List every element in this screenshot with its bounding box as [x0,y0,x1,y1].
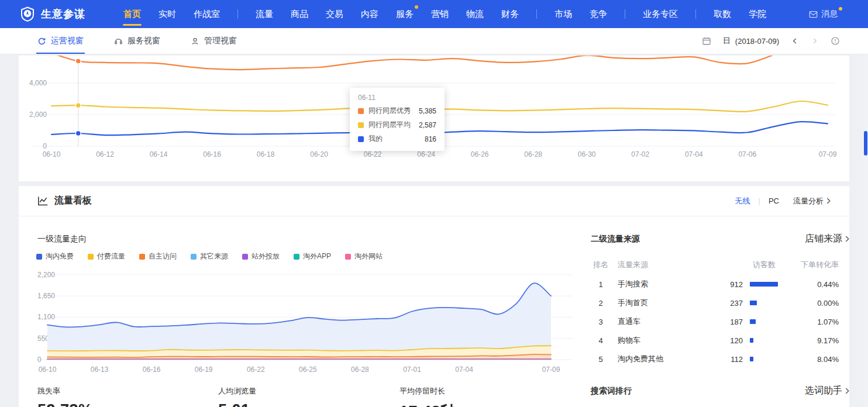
info-icon[interactable] [831,36,840,46]
date-selector[interactable]: 日 (2018-07-09) [723,36,779,46]
cell-source: 淘内免费其他 [611,354,702,364]
nav-item-财务[interactable]: 财务 [492,0,528,28]
table-row[interactable]: 1手淘搜索9120.44% [591,275,849,294]
traffic-board-links: 无线 | PC 流量分析 [735,196,831,206]
series-swatch [358,122,364,128]
toggle-wireless[interactable]: 无线 [735,196,750,206]
legend-item-淘内免费[interactable]: 淘内免费 [36,251,74,261]
traffic-analysis-link[interactable]: 流量分析 [793,196,831,206]
chevron-left-icon[interactable] [791,37,799,45]
secondary-sources-header: 二级流量来源 店铺来源 [591,233,849,245]
metric-value: 59.73% [37,401,93,407]
cell-visitors: 237 [702,299,743,308]
nav-message[interactable]: 消息 [809,9,842,19]
nav-item-学院[interactable]: 学院 [740,0,775,28]
table-row[interactable]: 4购物车1209.17% [591,331,849,350]
x-tick-label: 06-30 [578,150,596,158]
nav-item-物流[interactable]: 物流 [457,0,492,28]
col-rank: 排名 [591,260,611,270]
cell-bar [743,301,783,305]
legend-item-付费流量[interactable]: 付费流量 [88,251,125,261]
word-picker-link[interactable]: 选词助手 [805,385,849,397]
calendar-icon[interactable] [702,36,711,46]
line-chart-icon [37,196,49,206]
cell-rate: 9.17% [783,336,839,345]
metric-bounce-rate: 跳失率 59.73% [37,386,93,407]
nav-item-首页[interactable]: 首页 [115,0,150,28]
x-tick-label: 07-09 [542,365,560,374]
legend-swatch [139,254,145,260]
nav-item-实时[interactable]: 实时 [150,0,185,28]
flow-legend: 淘内免费付费流量自主访问其它来源站外投放淘外APP淘外网站 [36,251,383,261]
metric-value: 5.01 [218,401,256,407]
cell-bar [743,338,783,343]
legend-label: 淘内免费 [46,251,74,261]
chart-tooltip: 06-11 同行同层优秀 5,385 同行同层平均 2,587 我的 816 [350,88,445,151]
cell-visitors: 912 [702,280,743,289]
series-swatch [358,108,364,114]
view-tabs: 运营视窗服务视窗管理视窗 [37,28,237,54]
metric-label: 平均停留时长 [399,386,457,396]
nav-divider [695,9,696,19]
legend-item-自主访问[interactable]: 自主访问 [139,251,177,261]
tab-运营视窗[interactable]: 运营视窗 [37,28,84,54]
nav-item-交易[interactable]: 交易 [317,0,352,28]
cell-visitors: 120 [702,336,743,345]
nav-item-市场[interactable]: 市场 [546,0,581,28]
series-value: 2,587 [419,121,436,129]
tooltip-row: 同行同层优秀 5,385 [358,106,436,116]
table-row[interactable]: 2手淘首页2370.00% [591,294,849,312]
metric-label: 人均浏览量 [218,386,256,396]
x-tick-label: 06-25 [299,365,317,374]
page-scrollbar-track[interactable] [863,28,868,407]
table-row[interactable]: 3直通车1871.07% [591,312,849,331]
nav-item-营销[interactable]: 营销 [422,0,457,28]
legend-item-站外投放[interactable]: 站外投放 [242,251,280,261]
cell-source: 手淘搜索 [611,279,702,289]
y-tick-label: 0 [37,356,42,364]
sources-table-header: 排名 流量来源 访客数 下单转化率 [591,260,849,270]
legend-item-淘外APP[interactable]: 淘外APP [294,251,331,261]
chevron-right-icon [826,198,831,204]
nav-item-商品[interactable]: 商品 [282,0,317,28]
legend-label: 付费流量 [97,251,125,261]
sources-table-body: 1手淘搜索9120.44%2手淘首页2370.00%3直通车1871.07%4购… [591,275,849,368]
legend-item-其它来源[interactable]: 其它来源 [191,251,228,261]
table-row[interactable]: 5淘内免费其他1128.04% [591,350,849,368]
tab-管理视窗[interactable]: 管理视窗 [191,28,237,54]
chevron-right-icon[interactable] [811,37,819,45]
toggle-pc[interactable]: PC [769,196,779,205]
page-scrollbar-thumb[interactable] [864,131,867,156]
nav-item-竞争[interactable]: 竞争 [581,0,616,28]
cell-rank: 5 [591,355,611,364]
y-tick-label: 1,650 [37,292,55,300]
tab-label: 管理视窗 [204,36,237,46]
sync-icon [37,37,46,46]
legend-swatch [294,254,299,260]
nav-item-服务[interactable]: 服务 [387,0,422,28]
visitors-bar [750,319,756,324]
legend-label: 自主访问 [149,251,177,261]
legend-swatch [88,254,94,260]
nav-item-作战室[interactable]: 作战室 [185,0,229,28]
date-value: (2018-07-09) [735,37,779,46]
cell-rate: 8.04% [783,355,839,364]
nav-item-取数[interactable]: 取数 [705,0,740,28]
flow-area-chart[interactable]: 05501,1001,6502,20006-1006-1306-1606-190… [19,265,576,385]
x-tick-label: 06-12 [96,150,114,158]
series-swatch [358,136,364,142]
series-label: 我的 [368,134,383,144]
nav-item-业务专区[interactable]: 业务专区 [634,0,687,28]
tooltip-row: 我的 816 [358,134,436,144]
view-tabbar: 运营视窗服务视窗管理视窗 日 (2018-07-09) [0,28,868,54]
nav-item-内容[interactable]: 内容 [352,0,387,28]
legend-label: 淘外网站 [354,251,383,261]
brand[interactable]: 生意参谋 [20,6,85,22]
tab-服务视窗[interactable]: 服务视窗 [114,28,160,54]
shop-sources-link[interactable]: 店铺来源 [805,233,849,245]
x-tick-label: 07-06 [738,150,756,158]
visitors-bar [750,301,757,305]
nav-item-流量[interactable]: 流量 [247,0,282,28]
x-tick-label: 06-22 [247,365,265,374]
legend-item-淘外网站[interactable]: 淘外网站 [345,251,383,261]
